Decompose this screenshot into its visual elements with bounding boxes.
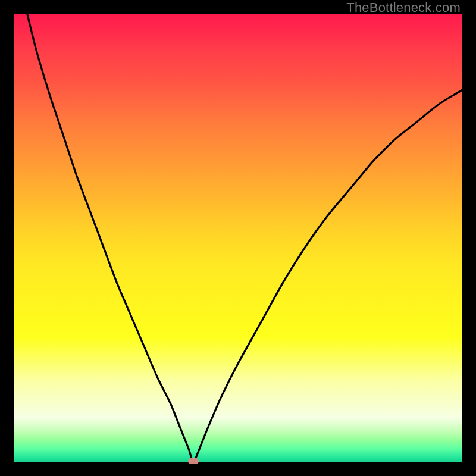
chart-area bbox=[14, 14, 462, 462]
minimum-marker bbox=[188, 458, 199, 464]
bottleneck-curve bbox=[14, 14, 462, 462]
